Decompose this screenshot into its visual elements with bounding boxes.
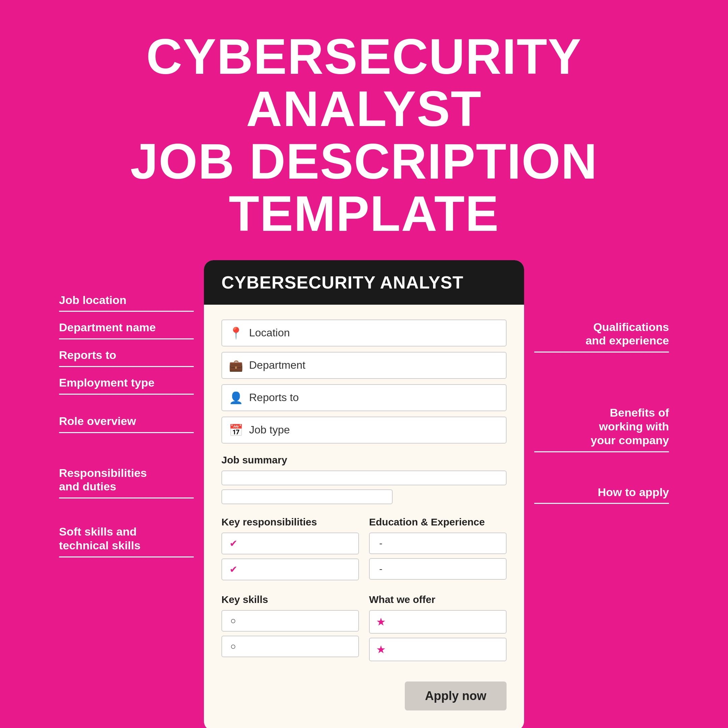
reports-to-icon: 👤 [229,391,243,404]
what-we-offer-col: What we offer ★ ★ [369,594,506,665]
education-col: Education & Experience - - [369,516,506,584]
sidebar-item-responsibilities: Responsibilitiesand duties [59,460,194,499]
education-label: Education & Experience [369,516,506,528]
job-type-row: 📅 Job type [222,417,506,444]
card-header: CYBERSECURITY ANALYST [204,260,524,305]
department-text: Department [249,359,305,372]
header: CYBERSECURITY ANALYST JOB DESCRIPTION TE… [0,0,728,260]
card-title: CYBERSECURITY ANALYST [222,272,506,292]
location-row: 📍 Location [222,320,506,346]
skill-row-1: ○ [222,610,359,632]
summary-line-2 [222,489,393,504]
apply-row: Apply now [204,682,524,710]
job-type-text: Job type [249,424,290,436]
job-type-icon: 📅 [229,423,243,437]
page-title: CYBERSECURITY ANALYST JOB DESCRIPTION TE… [27,30,701,240]
bullet-icon-2: ○ [228,641,238,652]
card-body: 📍 Location 💼 Department 👤 Reports to 📅 J… [204,305,524,682]
bullet-icon-1: ○ [228,615,238,626]
right-sidebar: Qualificationsand experience Benefits of… [524,314,669,507]
location-icon: 📍 [229,326,243,340]
left-sidebar: Job location Department name Reports to … [59,287,204,560]
responsibilities-education-section: Key responsibilities ✔ ✔ Education & Exp… [222,516,506,584]
star-icon-2: ★ [376,643,386,656]
key-skills-label: Key skills [222,594,359,605]
reports-to-text: Reports to [249,391,299,404]
what-we-offer-label: What we offer [369,594,506,605]
summary-line-1 [222,471,506,485]
education-row-2: - [369,558,506,580]
dash-icon-1: - [376,538,386,549]
apply-now-button[interactable]: Apply now [405,682,506,710]
key-responsibilities-col: Key responsibilities ✔ ✔ [222,516,359,584]
offer-row-1: ★ [369,610,506,634]
skills-offer-section: Key skills ○ ○ What we offer ★ [222,594,506,665]
sidebar-item-employment-type: Employment type [59,370,194,395]
dash-icon-2: - [376,564,386,574]
sidebar-item-how-to-apply: How to apply [534,479,669,504]
sidebar-item-department-name: Department name [59,315,194,340]
responsibility-row-2: ✔ [222,558,359,580]
responsibility-row-1: ✔ [222,532,359,554]
sidebar-item-job-location: Job location [59,287,194,312]
job-description-card: CYBERSECURITY ANALYST 📍 Location 💼 Depar… [204,260,524,728]
key-skills-col: Key skills ○ ○ [222,594,359,665]
department-icon: 💼 [229,359,243,372]
sidebar-item-qualifications: Qualificationsand experience [534,314,669,353]
education-row-1: - [369,532,506,554]
department-row: 💼 Department [222,352,506,379]
checkmark-icon-2: ✔ [228,564,238,575]
job-summary-lines [222,471,506,504]
skill-row-2: ○ [222,636,359,657]
reports-to-row: 👤 Reports to [222,384,506,411]
job-summary-label: Job summary [222,454,506,466]
main-body: Job location Department name Reports to … [0,260,728,728]
star-icon-1: ★ [376,615,386,628]
offer-row-2: ★ [369,638,506,661]
sidebar-item-skills: Soft skills andtechnical skills [59,519,194,557]
key-responsibilities-label: Key responsibilities [222,516,359,528]
sidebar-item-benefits: Benefits ofworking withyour company [534,400,669,452]
sidebar-item-role-overview: Role overview [59,408,194,433]
checkmark-icon-1: ✔ [228,538,238,549]
sidebar-item-reports-to: Reports to [59,342,194,367]
location-text: Location [249,327,290,339]
